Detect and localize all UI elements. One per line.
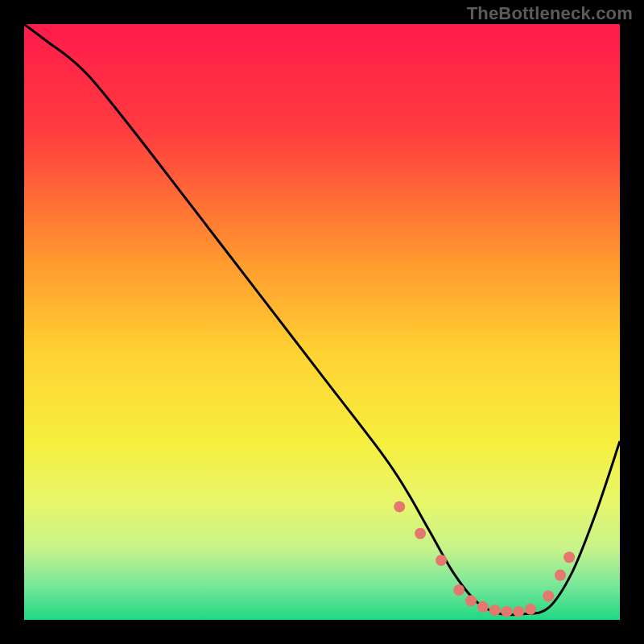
highlight-point xyxy=(415,528,426,539)
highlight-point xyxy=(555,570,566,581)
highlight-point xyxy=(465,595,477,606)
highlight-point xyxy=(489,605,501,616)
gradient-background xyxy=(24,24,620,620)
highlight-point xyxy=(564,551,575,563)
highlight-point xyxy=(525,604,536,615)
chart-frame: TheBottleneck.com xyxy=(0,0,644,644)
plot-area xyxy=(24,24,620,620)
watermark-text: TheBottleneck.com xyxy=(467,3,633,24)
chart-svg xyxy=(24,24,620,620)
highlight-point xyxy=(543,590,554,601)
highlight-point xyxy=(501,606,512,617)
highlight-point xyxy=(513,606,524,617)
highlight-point xyxy=(477,601,489,613)
highlight-point xyxy=(436,555,447,566)
highlight-point xyxy=(453,584,464,596)
highlight-point xyxy=(394,501,405,512)
